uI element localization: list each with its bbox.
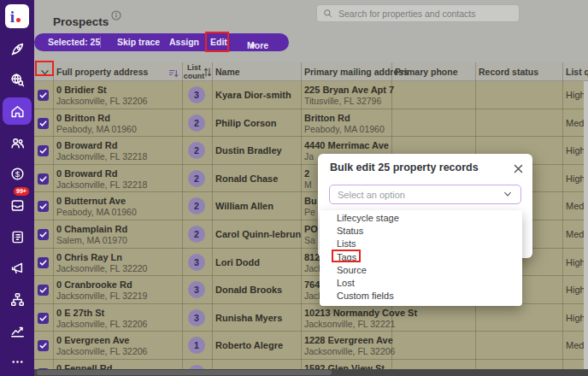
row-checkbox[interactable]	[38, 229, 49, 240]
row-checkbox[interactable]	[38, 201, 49, 212]
list-count-badge: 3	[188, 281, 205, 298]
table-row[interactable]: 0 Bridier StJacksonville, FL 322063Kyara…	[34, 81, 588, 109]
sidebar-item-inbox[interactable]: 99+	[0, 191, 34, 219]
notification-badge: 99+	[14, 187, 29, 196]
col-full-property-address[interactable]: Full property address	[56, 67, 148, 77]
contact-name: Lori Dodd	[215, 257, 260, 267]
property-address-city: Peabody, MA 01960	[56, 124, 137, 134]
close-icon[interactable]	[514, 162, 523, 177]
property-address-city: Salem, MA 01970	[56, 235, 127, 245]
row-checkbox[interactable]	[38, 118, 49, 129]
scrollbar-thumb[interactable]	[37, 370, 332, 375]
sidebar-item-more-dots[interactable]	[0, 348, 34, 375]
table-row[interactable]: 0 Britton RdPeabody, MA 019602Philip Cor…	[34, 109, 588, 138]
list-count-badge: 3	[188, 254, 205, 271]
sidebar-item-megaphone[interactable]	[0, 254, 34, 281]
sidebar-item-globe-search[interactable]	[0, 66, 34, 93]
col-record-status[interactable]: Record status	[479, 67, 538, 77]
sidebar-item-home[interactable]	[3, 97, 32, 125]
column-divider	[301, 62, 302, 369]
table-row[interactable]: 0 Evergreen AveJacksonville, FL 322061Ro…	[34, 332, 588, 360]
mailing-address-city: Sa	[304, 235, 315, 245]
sort-both-icon[interactable]	[203, 66, 212, 81]
property-address-city: Jacksonville, FL 32218	[56, 151, 147, 162]
dropdown-option-status[interactable]: Status	[320, 225, 522, 238]
sidebar-item-chart[interactable]	[0, 317, 34, 344]
mailing-address: 2	[304, 168, 309, 179]
search-input[interactable]	[337, 8, 508, 20]
select-options-dropdown: Lifecycle stageStatusListsTagsSourceLost…	[320, 210, 522, 306]
dropdown-option-lists[interactable]: Lists	[320, 238, 522, 250]
mailing-address: 10213 Normandy Cove St	[304, 308, 417, 318]
info-icon[interactable]	[111, 9, 121, 24]
bulk-action-toolbar: Selected: 25 Skip trace Assign Edit More…	[34, 33, 289, 51]
row-checkbox[interactable]	[38, 340, 49, 351]
column-divider	[562, 62, 563, 369]
dropdown-option-lost[interactable]: Lost	[320, 277, 522, 290]
sidebar: i $99+	[0, 0, 34, 376]
table-row[interactable]: 0 Fennell Rd3Samuel Germain1592 Glen Vie…	[34, 360, 588, 369]
sidebar-item-dollar-coin[interactable]: $	[0, 160, 34, 187]
list-card-icon	[9, 229, 26, 245]
sidebar-item-people[interactable]	[0, 129, 34, 156]
property-address-city: Jacksonville, FL 32206	[56, 96, 147, 106]
row-checkbox[interactable]	[38, 90, 49, 101]
contact-name: Kyara Dior-smith	[215, 90, 291, 100]
assign-button[interactable]: Assign	[169, 37, 199, 47]
app-logo[interactable]: i	[5, 4, 29, 28]
property-address-city: Jacksonville, FL 32220	[56, 263, 147, 273]
list-quality: High	[566, 173, 585, 184]
logo-dot-icon	[16, 18, 21, 22]
col-list-quality[interactable]: List qua	[566, 67, 588, 77]
dollar-coin-icon: $	[9, 166, 26, 182]
dropdown-option-source[interactable]: Source	[320, 264, 522, 277]
dropdown-option-lifecycle-stage[interactable]: Lifecycle stage	[320, 212, 522, 225]
dropdown-option-tags[interactable]: Tags	[320, 251, 522, 264]
list-count-badge: 1	[188, 337, 205, 354]
list-count-badge: 2	[188, 142, 205, 159]
col-primary-mailing-address[interactable]: Primary mailing address	[304, 67, 409, 77]
horizontal-scrollbar[interactable]	[34, 369, 588, 376]
sidebar-item-rocket[interactable]	[0, 35, 34, 62]
list-quality: High	[566, 257, 585, 267]
skip-trace-button[interactable]: Skip trace	[117, 37, 160, 47]
property-address: 0 E 27th St	[56, 308, 104, 318]
col-list-count[interactable]: List count	[183, 63, 205, 80]
edit-button[interactable]: Edit	[210, 37, 227, 47]
list-quality: High	[566, 145, 585, 156]
property-address: 0 Evergreen Ave	[56, 335, 129, 345]
select-all-chevron[interactable]	[39, 66, 50, 81]
column-divider	[182, 62, 183, 369]
sidebar-item-sitemap[interactable]	[0, 285, 34, 313]
mailing-address-city: Ja	[304, 151, 314, 162]
toolbar-divider	[100, 37, 101, 48]
property-address-city: Jacksonville, FL 32206	[56, 346, 147, 356]
row-checkbox[interactable]	[38, 145, 49, 156]
row-checkbox[interactable]	[38, 173, 49, 185]
sidebar-item-list-card[interactable]	[0, 223, 34, 250]
people-icon	[9, 135, 26, 151]
row-checkbox[interactable]	[38, 313, 49, 324]
row-checkbox[interactable]	[38, 257, 49, 268]
contact-name: Ronald Chase	[215, 173, 278, 184]
list-count-badge: 3	[188, 309, 205, 326]
select-placeholder: Select an option	[338, 190, 503, 200]
property-address: 0 Champlain Rd	[56, 224, 127, 234]
property-address: 0 Cranbrooke Rd	[56, 279, 132, 290]
col-primary-phone[interactable]: Primary phone	[395, 67, 458, 77]
contact-name: Runisha Myers	[215, 313, 282, 323]
table-row[interactable]: 0 E 27th StJacksonville, FL 322063Runish…	[34, 304, 588, 332]
col-name[interactable]: Name	[215, 67, 240, 77]
globe-search-icon	[9, 72, 26, 88]
property-address: 0 Broward Rd	[56, 140, 118, 150]
bulk-edit-field-select[interactable]: Select an option	[329, 185, 521, 204]
search-bar[interactable]	[316, 4, 520, 22]
column-divider	[212, 62, 213, 369]
sort-ascending-icon[interactable]	[168, 67, 179, 82]
list-count-badge: 2	[188, 115, 205, 132]
vertical-scrollbar[interactable]	[584, 81, 588, 369]
dropdown-option-custom-fields[interactable]: Custom fields	[320, 290, 522, 303]
row-checkbox[interactable]	[38, 285, 49, 296]
list-quality: High	[566, 285, 585, 295]
list-count-badge: 2	[188, 226, 205, 243]
